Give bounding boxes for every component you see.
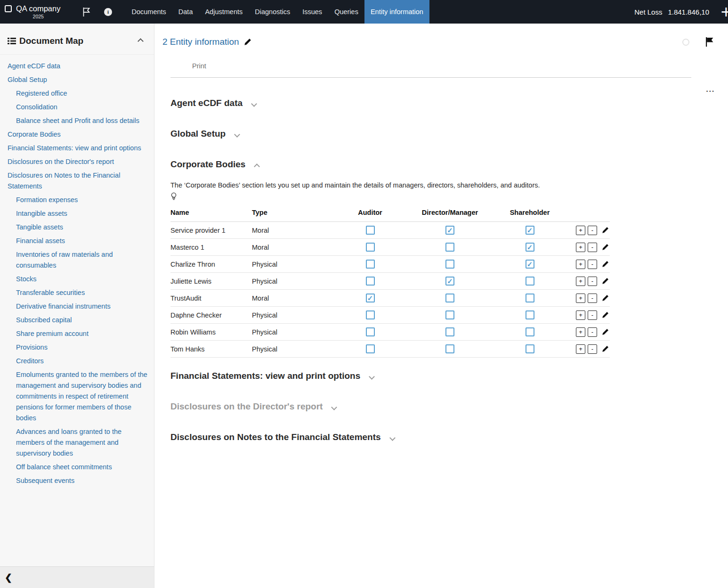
section-disclosures-directors-report[interactable]: Disclosures on the Director's report <box>170 401 691 412</box>
sidebar-item-provisions[interactable]: Provisions <box>8 341 147 354</box>
add-row-button[interactable]: + <box>576 327 585 337</box>
director-manager-checkbox[interactable] <box>445 344 454 353</box>
chevron-up-icon[interactable] <box>254 163 260 170</box>
chevron-down-icon[interactable] <box>369 374 375 380</box>
print-button[interactable]: Print <box>192 62 206 70</box>
sidebar-item-intangible-assets[interactable]: Intangible assets <box>8 207 147 220</box>
shareholder-checkbox[interactable] <box>526 310 534 319</box>
director-manager-checkbox[interactable] <box>445 243 454 252</box>
add-icon[interactable]: + <box>721 3 728 21</box>
shareholder-checkbox[interactable] <box>526 344 534 353</box>
auditor-checkbox[interactable] <box>366 294 375 302</box>
nav-diagnostics[interactable]: Diagnostics <box>249 0 296 24</box>
remove-row-button[interactable]: - <box>588 310 597 320</box>
sidebar-item-disclosures-notes-fs[interactable]: Disclosures on Notes to the Financial St… <box>8 169 147 193</box>
sidebar-item-balance-sheet-pl-details[interactable]: Balance sheet and Profit and loss detail… <box>8 114 147 128</box>
auditor-checkbox[interactable] <box>366 226 375 235</box>
director-manager-checkbox[interactable] <box>445 310 454 319</box>
flag-icon[interactable] <box>79 0 93 24</box>
sidebar-item-formation-expenses[interactable]: Formation expenses <box>8 193 147 207</box>
sidebar-collapse-chevron[interactable] <box>137 35 145 47</box>
edit-row-icon[interactable] <box>600 310 610 320</box>
remove-row-button[interactable]: - <box>588 243 597 252</box>
remove-row-button[interactable]: - <box>588 327 597 337</box>
edit-row-icon[interactable] <box>600 294 610 303</box>
auditor-checkbox[interactable] <box>366 277 375 286</box>
sidebar-item-stocks[interactable]: Stocks <box>8 272 147 286</box>
sidebar-item-financial-statements-options[interactable]: Financial Statements: view and print opt… <box>8 141 147 155</box>
nav-data[interactable]: Data <box>172 0 199 24</box>
edit-row-icon[interactable] <box>600 344 610 354</box>
sidebar-item-subsequent-events[interactable]: Subsequent events <box>8 474 147 488</box>
section-corporate-bodies[interactable]: Corporate Bodies <box>170 159 691 170</box>
section-disclosures-notes-fs[interactable]: Disclosures on Notes to the Financial St… <box>170 432 691 442</box>
section-financial-statements-options[interactable]: Financial Statements: view and print opt… <box>170 371 691 381</box>
add-row-button[interactable]: + <box>576 344 585 354</box>
sidebar-item-corporate-bodies[interactable]: Corporate Bodies <box>8 128 147 141</box>
status-circle-icon[interactable] <box>682 39 689 46</box>
edit-row-icon[interactable] <box>600 243 610 252</box>
shareholder-checkbox[interactable] <box>526 294 534 302</box>
director-manager-checkbox[interactable] <box>445 260 454 269</box>
add-row-button[interactable]: + <box>576 310 585 320</box>
sidebar-item-agent-ecdf-data[interactable]: Agent eCDF data <box>8 59 147 73</box>
sidebar-item-off-balance-sheet-commitments[interactable]: Off balance sheet commitments <box>8 460 147 474</box>
remove-row-button[interactable]: - <box>588 344 597 354</box>
info-icon[interactable]: i <box>101 0 115 24</box>
auditor-checkbox[interactable] <box>366 260 375 269</box>
sidebar-item-tangible-assets[interactable]: Tangible assets <box>8 220 147 234</box>
edit-row-icon[interactable] <box>600 260 610 269</box>
sidebar-item-transferable-securities[interactable]: Transferable securities <box>8 286 147 300</box>
shareholder-checkbox[interactable] <box>526 260 534 269</box>
sidebar-item-creditors[interactable]: Creditors <box>8 354 147 368</box>
director-manager-checkbox[interactable] <box>445 277 454 286</box>
shareholder-checkbox[interactable] <box>526 226 534 235</box>
director-manager-checkbox[interactable] <box>445 327 454 336</box>
sidebar-item-subscribed-capital[interactable]: Subscribed capital <box>8 313 147 327</box>
section-global-setup[interactable]: Global Setup <box>170 129 691 139</box>
sidebar-item-registered-office[interactable]: Registered office <box>8 87 147 100</box>
auditor-checkbox[interactable] <box>366 344 375 353</box>
sidebar-item-emoluments-members[interactable]: Emoluments granted to the members of the… <box>8 368 147 425</box>
sidebar-collapse-button[interactable]: ❮ <box>5 572 12 583</box>
chevron-down-icon[interactable] <box>251 101 257 107</box>
edit-title-icon[interactable] <box>244 38 251 46</box>
add-row-button[interactable]: + <box>576 243 585 252</box>
nav-documents[interactable]: Documents <box>125 0 172 24</box>
director-manager-checkbox[interactable] <box>445 226 454 235</box>
auditor-checkbox[interactable] <box>366 327 375 336</box>
remove-row-button[interactable]: - <box>588 226 597 235</box>
edit-row-icon[interactable] <box>600 277 610 286</box>
shareholder-checkbox[interactable] <box>526 277 534 286</box>
auditor-checkbox[interactable] <box>366 243 375 252</box>
section-agent-ecdf-data[interactable]: Agent eCDF data <box>170 98 691 108</box>
add-row-button[interactable]: + <box>576 277 585 286</box>
auditor-checkbox[interactable] <box>366 310 375 319</box>
nav-queries[interactable]: Queries <box>328 0 364 24</box>
chevron-down-icon[interactable] <box>389 435 396 441</box>
shareholder-checkbox[interactable] <box>526 243 534 252</box>
sidebar-item-disclosures-directors-report[interactable]: Disclosures on the Director's report <box>8 155 147 169</box>
director-manager-checkbox[interactable] <box>445 294 454 302</box>
sidebar-item-inventories-raw-materials[interactable]: Inventories of raw materials and consuma… <box>8 248 147 272</box>
remove-row-button[interactable]: - <box>588 294 597 303</box>
edit-row-icon[interactable] <box>600 327 610 337</box>
chevron-down-icon[interactable] <box>332 404 338 410</box>
nav-issues[interactable]: Issues <box>296 0 328 24</box>
remove-row-button[interactable]: - <box>588 277 597 286</box>
more-options-button[interactable]: ... <box>706 85 715 94</box>
chevron-down-icon[interactable] <box>234 131 240 138</box>
remove-row-button[interactable]: - <box>588 260 597 269</box>
sidebar-item-share-premium-account[interactable]: Share premium account <box>8 327 147 341</box>
shareholder-checkbox[interactable] <box>526 327 534 336</box>
edit-row-icon[interactable] <box>600 226 610 235</box>
sidebar-item-derivative-financial-instruments[interactable]: Derivative financial instruments <box>8 300 147 313</box>
sidebar-item-consolidation[interactable]: Consolidation <box>8 100 147 114</box>
add-row-button[interactable]: + <box>576 226 585 235</box>
nav-entity-information[interactable]: Entity information <box>364 0 429 24</box>
add-row-button[interactable]: + <box>576 260 585 269</box>
sidebar-item-advances-loans-members[interactable]: Advances and loans granted to the member… <box>8 425 147 460</box>
flag-review-icon[interactable] <box>705 37 714 47</box>
nav-adjustments[interactable]: Adjustments <box>199 0 249 24</box>
add-row-button[interactable]: + <box>576 294 585 303</box>
